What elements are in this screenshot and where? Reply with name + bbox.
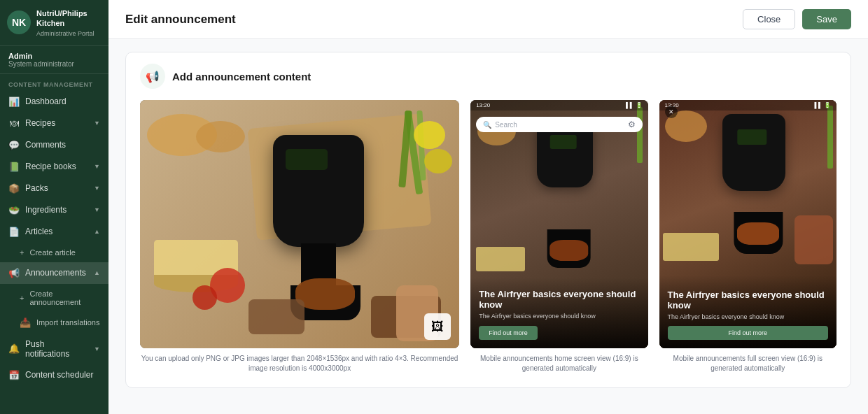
bell-icon: 🔔	[8, 343, 20, 354]
recipes-icon: 🍽	[8, 118, 20, 129]
packs-icon: 📦	[8, 183, 20, 194]
section-label: CONTENT MANAGEMENT	[0, 74, 108, 91]
plus-icon: +	[20, 248, 24, 257]
brand-logo: NK	[7, 10, 31, 34]
mobile-home-caption: Mobile announcements home screen view (1…	[470, 354, 648, 373]
food-scene-bg: 🖼	[140, 100, 459, 348]
mobile-time: 13:20	[476, 102, 490, 108]
home-overlay: The Airfryer basics everyone should know…	[470, 278, 648, 348]
announcement-panel: 📢 Add announcement content	[125, 52, 851, 388]
chevron-down-icon: ▼	[94, 345, 100, 352]
sidebar-label-recipes: Recipes	[25, 118, 55, 128]
upload-area: 🖼 You can upload only PNG or JPG images …	[140, 100, 459, 373]
sidebar-item-recipe-books[interactable]: 📗 Recipe books ▼	[0, 156, 108, 178]
page-title: Edit announcement	[125, 13, 236, 27]
mobile-fullscreen-status-bar: 13:20 ▌▌ 🔋	[659, 100, 836, 110]
preview-row: 🖼 You can upload only PNG or JPG images …	[140, 100, 836, 373]
ingredients-icon: 🥗	[8, 205, 20, 215]
header-actions: Close Save	[743, 9, 851, 29]
megaphone-icon: 📢	[146, 70, 160, 83]
user-info: Admin System administrator	[0, 46, 108, 74]
sidebar-item-create-article[interactable]: + Create article	[0, 243, 108, 262]
sidebar-item-comments[interactable]: 💬 Comments	[0, 134, 108, 156]
mobile-search-bar[interactable]: 🔍 Search ⚙	[476, 117, 642, 132]
mobile-home-preview: 13:20 ▌▌ 🔋 🔍 Search ⚙ The Ai	[470, 100, 648, 373]
fullscreen-overlay-subtitle: The Airfryer basics everyone should know	[668, 313, 828, 320]
sidebar-item-content-scheduler[interactable]: 📅 Content scheduler	[0, 364, 108, 386]
sidebar-label-ingredients: Ingredients	[25, 205, 66, 215]
recipe-books-icon: 📗	[8, 162, 20, 172]
close-button[interactable]: Close	[743, 9, 795, 29]
save-button[interactable]: Save	[802, 9, 851, 29]
announcement-section-title: Add announcement content	[172, 71, 311, 83]
sidebar-item-import-translations[interactable]: 📥 Import translations	[0, 312, 108, 334]
sidebar-label-articles: Articles	[25, 227, 52, 236]
sidebar-item-recipes[interactable]: 🍽 Recipes ▼	[0, 113, 108, 134]
brand-name: NutriU/Philips Kitchen	[36, 8, 102, 29]
mobile-fullscreen-bg: 13:20 ▌▌ 🔋 ✕ The Airfryer basics everyon…	[659, 100, 836, 348]
sidebar-item-announcements[interactable]: 📢 Announcements ▲	[0, 262, 108, 284]
sidebar: NK NutriU/Philips Kitchen Administrative…	[0, 0, 108, 414]
announcements-icon: 📢	[8, 268, 20, 278]
sidebar-label-announcements: Announcements	[25, 268, 86, 278]
sidebar-label-content-scheduler: Content scheduler	[25, 370, 93, 380]
announcement-header: 📢 Add announcement content	[140, 64, 836, 89]
main-content: Edit announcement Close Save 📢 Add annou…	[108, 0, 868, 414]
fullscreen-close-button[interactable]: ✕	[665, 106, 678, 118]
upload-image-box[interactable]: 🖼	[140, 100, 459, 348]
dashboard-icon: 📊	[8, 97, 20, 107]
chevron-down-icon: ▼	[94, 120, 100, 127]
announcement-icon: 📢	[140, 64, 165, 89]
upload-image-button[interactable]: 🖼	[424, 313, 451, 340]
mobile-fullscreen-status-icons: ▌▌ 🔋	[814, 102, 831, 108]
articles-icon: 📄	[8, 227, 20, 237]
brand-subtitle: Administrative Portal	[36, 30, 102, 37]
chevron-up-icon: ▲	[94, 269, 100, 276]
calendar-icon: 📅	[8, 370, 20, 380]
brand-area: NK NutriU/Philips Kitchen Administrative…	[0, 0, 108, 46]
content-area: 📢 Add announcement content	[108, 39, 868, 414]
mobile-status-bar: 13:20 ▌▌ 🔋	[470, 100, 648, 110]
sidebar-item-ingredients[interactable]: 🥗 Ingredients ▼	[0, 199, 108, 221]
mobile-home-card: 13:20 ▌▌ 🔋 🔍 Search ⚙ The Ai	[470, 100, 648, 348]
comments-icon: 💬	[8, 140, 20, 150]
image-upload-icon: 🖼	[431, 320, 444, 334]
chevron-down-icon: ▼	[94, 163, 100, 170]
search-icon: 🔍	[483, 121, 491, 129]
close-icon: ✕	[668, 108, 674, 115]
plus-icon: +	[20, 294, 24, 302]
filter-icon: ⚙	[628, 120, 636, 129]
sidebar-label-create-article: Create article	[29, 248, 75, 257]
chevron-down-icon: ▼	[94, 185, 100, 192]
home-overlay-subtitle: The Airfryer basics everyone should know	[479, 313, 639, 320]
chevron-down-icon: ▼	[94, 206, 100, 213]
mobile-home-bg: 13:20 ▌▌ 🔋 🔍 Search ⚙ The Ai	[470, 100, 648, 348]
fullscreen-overlay: The Airfryer basics everyone should know…	[659, 276, 836, 348]
mobile-fullscreen-caption: Mobile announcements full screen view (1…	[659, 354, 836, 373]
mobile-fullscreen-preview: 13:20 ▌▌ 🔋 ✕ The Airfryer basics everyon…	[659, 100, 836, 373]
user-role: Admin	[8, 52, 100, 60]
user-title: System administrator	[8, 60, 100, 68]
sidebar-item-push-notifications[interactable]: 🔔 Push notifications ▼	[0, 334, 108, 364]
sidebar-item-create-announcement[interactable]: + Create announcement	[0, 284, 108, 312]
home-overlay-button[interactable]: Find out more	[479, 326, 538, 340]
sidebar-label-push-notifications: Push notifications	[25, 339, 88, 359]
sidebar-item-articles[interactable]: 📄 Articles ▲	[0, 221, 108, 243]
sidebar-label-dashboard: Dashboard	[25, 97, 66, 106]
import-icon: 📥	[20, 317, 31, 328]
sidebar-label-create-announcement: Create announcement	[29, 290, 100, 306]
sidebar-label-packs: Packs	[25, 183, 48, 193]
sidebar-label-import-translations: Import translations	[36, 318, 99, 327]
fullscreen-overlay-button[interactable]: Find out more	[668, 326, 828, 340]
mobile-status-icons: ▌▌ 🔋	[626, 102, 643, 108]
page-header: Edit announcement Close Save	[108, 0, 868, 39]
sidebar-item-packs[interactable]: 📦 Packs ▼	[0, 178, 108, 199]
search-placeholder: Search	[495, 121, 517, 129]
mobile-fullscreen-card: 13:20 ▌▌ 🔋 ✕ The Airfryer basics everyon…	[659, 100, 836, 348]
sidebar-label-recipe-books: Recipe books	[25, 162, 76, 171]
sidebar-item-dashboard[interactable]: 📊 Dashboard	[0, 91, 108, 113]
chevron-up-icon: ▲	[94, 228, 100, 235]
home-overlay-title: The Airfryer basics everyone should know	[479, 289, 639, 310]
sidebar-label-comments: Comments	[25, 140, 66, 150]
upload-caption: You can upload only PNG or JPG images la…	[140, 354, 459, 373]
